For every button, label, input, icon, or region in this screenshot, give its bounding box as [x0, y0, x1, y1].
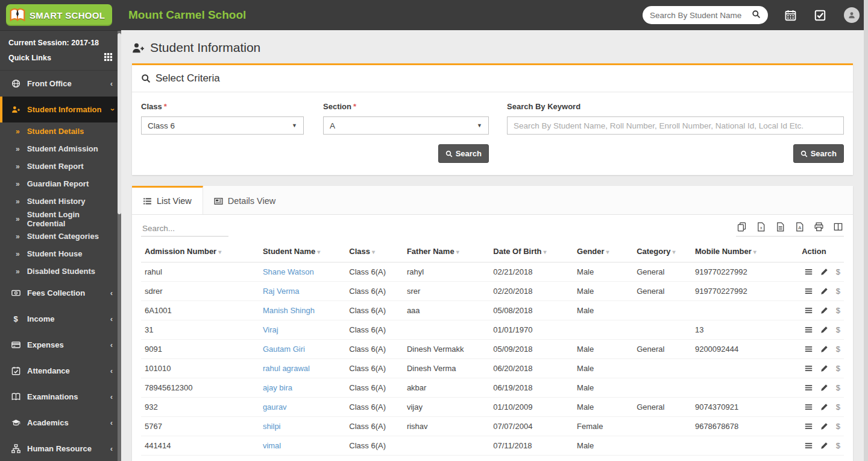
- sidebar-item-expenses[interactable]: Expenses‹: [0, 332, 121, 358]
- class-select[interactable]: Class 6 ▼: [141, 116, 304, 135]
- app-logo[interactable]: SMART SCHOOL: [0, 4, 121, 26]
- fees-icon[interactable]: $: [836, 345, 840, 354]
- columns-icon[interactable]: [834, 222, 843, 232]
- fees-icon[interactable]: $: [836, 267, 840, 276]
- sidebar-subitem-student-details[interactable]: »Student Details: [0, 122, 121, 140]
- sidebar-item-human-resource[interactable]: Human Resource‹: [0, 436, 121, 461]
- fees-icon[interactable]: $: [836, 402, 840, 412]
- column-header-gender[interactable]: Gender▾: [573, 240, 633, 262]
- sidebar-subitem-label: Student History: [27, 197, 86, 206]
- pdf-icon[interactable]: A: [795, 222, 804, 232]
- sidebar-subitem-student-categories[interactable]: »Student Categories: [0, 227, 121, 245]
- tasks-icon[interactable]: [814, 10, 826, 21]
- student-name-link[interactable]: gaurav: [263, 402, 287, 412]
- sidebar-item-income[interactable]: $Income‹: [0, 306, 121, 332]
- sidebar-subitem-student-report[interactable]: »Student Report: [0, 157, 121, 175]
- row-menu-icon[interactable]: [805, 364, 813, 372]
- fees-icon[interactable]: $: [836, 441, 840, 450]
- sidebar-subitem-label: Student Login Credential: [27, 210, 113, 228]
- copy-icon[interactable]: [737, 222, 746, 232]
- edit-icon[interactable]: [820, 307, 828, 314]
- sidebar-item-attendance[interactable]: Attendance‹: [0, 358, 121, 384]
- current-session-label: Current Session: 2017-18: [8, 37, 113, 51]
- student-name-link[interactable]: Raj Verma: [263, 287, 300, 296]
- student-name-link[interactable]: Manish Shingh: [263, 306, 315, 315]
- edit-icon[interactable]: [820, 268, 828, 276]
- tab-list-view[interactable]: List View: [132, 186, 203, 214]
- sort-arrow-icon: ▾: [753, 249, 756, 255]
- cell-action: $: [798, 301, 844, 320]
- column-header-student_name[interactable]: Student Name▾: [259, 240, 345, 262]
- header-search-input[interactable]: [650, 11, 752, 20]
- column-header-dob[interactable]: Date Of Birth▾: [489, 240, 573, 262]
- header-student-search[interactable]: [643, 6, 768, 24]
- student-name-link[interactable]: shilpi: [263, 422, 281, 431]
- page-scrollbar[interactable]: [864, 0, 868, 461]
- fees-icon[interactable]: $: [836, 383, 840, 392]
- sidebar-subitem-student-admission[interactable]: »Student Admission: [0, 140, 121, 157]
- keyword-search-button[interactable]: Search: [793, 144, 844, 163]
- criteria-search-button[interactable]: Search: [438, 144, 489, 163]
- calendar-icon[interactable]: [785, 10, 796, 21]
- cell-class: Class 6(A): [345, 417, 403, 436]
- sidebar-scrollbar[interactable]: [118, 31, 121, 461]
- edit-icon[interactable]: [820, 345, 828, 353]
- edit-icon[interactable]: [820, 287, 828, 295]
- column-header-category[interactable]: Category▾: [633, 240, 691, 262]
- fees-icon[interactable]: $: [836, 364, 840, 373]
- cell-gender: Male: [573, 282, 633, 301]
- student-name-link[interactable]: Shane Watson: [263, 267, 314, 276]
- student-name-link[interactable]: rahul agrawal: [263, 364, 310, 373]
- cell-father_name: akbar: [403, 378, 489, 398]
- row-menu-icon[interactable]: [805, 345, 813, 353]
- print-icon[interactable]: [814, 222, 823, 232]
- fees-icon[interactable]: $: [836, 325, 840, 334]
- table-search-input[interactable]: [141, 222, 228, 237]
- section-select[interactable]: A ▼: [323, 116, 489, 135]
- column-header-class[interactable]: Class▾: [345, 240, 403, 262]
- row-menu-icon[interactable]: [805, 268, 813, 276]
- student-name-link[interactable]: Viraj: [263, 325, 278, 334]
- user-avatar[interactable]: [844, 7, 860, 23]
- sidebar-item-student-information[interactable]: Student Information‹: [0, 97, 121, 122]
- sidebar-item-front-office[interactable]: Front Office‹: [0, 71, 121, 97]
- sidebar-subitem-student-login-credential[interactable]: »Student Login Credential: [0, 210, 121, 227]
- sidebar-subitem-student-house[interactable]: »Student House: [0, 245, 121, 262]
- edit-icon[interactable]: [820, 403, 828, 411]
- edit-icon[interactable]: [820, 326, 828, 334]
- grid-icon[interactable]: [104, 52, 113, 63]
- sidebar-subitem-guardian-report[interactable]: »Guardian Report: [0, 175, 121, 192]
- row-menu-icon[interactable]: [805, 307, 813, 314]
- student-name-link[interactable]: vimal: [263, 441, 281, 450]
- sidebar-subitem-disabled-students[interactable]: »Disabled Students: [0, 262, 121, 280]
- column-header-mobile[interactable]: Mobile Number▾: [691, 240, 798, 262]
- fees-icon[interactable]: $: [836, 287, 840, 296]
- row-menu-icon[interactable]: [805, 403, 813, 411]
- row-menu-icon[interactable]: [805, 422, 813, 430]
- row-menu-icon[interactable]: [805, 384, 813, 392]
- row-menu-icon[interactable]: [805, 442, 813, 450]
- search-icon[interactable]: [752, 10, 761, 21]
- sidebar-item-academics[interactable]: Academics‹: [0, 410, 121, 436]
- edit-icon[interactable]: [820, 364, 828, 372]
- keyword-input[interactable]: [507, 116, 844, 135]
- edit-icon[interactable]: [820, 442, 828, 450]
- student-name-link[interactable]: ajay bira: [263, 383, 292, 392]
- fees-icon[interactable]: $: [836, 306, 840, 315]
- row-menu-icon[interactable]: [805, 326, 813, 334]
- edit-icon[interactable]: [820, 384, 828, 392]
- edit-icon[interactable]: [820, 422, 828, 430]
- row-menu-icon[interactable]: [805, 287, 813, 295]
- column-header-admission_number[interactable]: Admission Number▾: [141, 240, 259, 262]
- tab-details-view[interactable]: Details View: [203, 186, 287, 214]
- sidebar-item-fees-collection[interactable]: Fees Collection‹: [0, 280, 121, 306]
- sidebar-item-examinations[interactable]: Examinations‹: [0, 384, 121, 410]
- student-name-link[interactable]: Gautam Giri: [263, 345, 305, 354]
- column-header-father_name[interactable]: Father Name▾: [403, 240, 489, 262]
- csv-icon[interactable]: [776, 222, 785, 232]
- cell-mobile: [691, 378, 798, 398]
- sidebar-subitem-student-history[interactable]: »Student History: [0, 192, 121, 210]
- excel-icon[interactable]: x: [756, 222, 766, 232]
- fees-icon[interactable]: $: [836, 422, 840, 431]
- cell-father_name: Dinesh Vermakk: [403, 340, 489, 359]
